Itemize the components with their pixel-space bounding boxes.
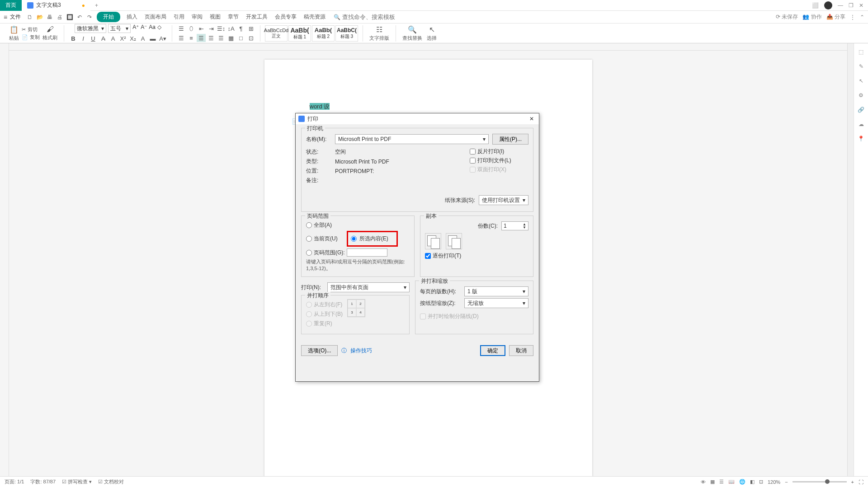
more-icon[interactable]: ⋮ [850, 14, 855, 20]
redo-icon[interactable]: ↷ [86, 14, 93, 21]
text-layout-button[interactable]: ☷文字排版 [368, 24, 391, 42]
range-all-radio[interactable] [306, 222, 312, 228]
minimize-button[interactable]: — [838, 2, 843, 9]
sort-icon[interactable]: ↕A [226, 24, 236, 33]
paste-button[interactable]: 📋粘贴 [7, 24, 21, 42]
print-what-select[interactable]: 范围中所有页面▾ [327, 282, 410, 292]
bold-button[interactable]: B [69, 34, 78, 42]
home-tab[interactable]: 首页 [0, 0, 22, 11]
range-current-radio[interactable] [306, 236, 312, 242]
window-indicator-icon[interactable]: ⬜ [812, 2, 819, 9]
close-window-button[interactable]: ✕ [859, 2, 863, 9]
strikethrough-icon[interactable]: A̶ [99, 34, 108, 42]
vertical-scrollbar[interactable] [847, 43, 854, 476]
format-painter-button[interactable]: 🖌格式刷 [41, 24, 59, 42]
align-left-icon[interactable]: ☰ [177, 34, 186, 42]
dialog-titlebar[interactable]: 打印 ✕ [296, 113, 539, 124]
indent-decrease-icon[interactable]: ⇤ [197, 24, 206, 33]
open-icon[interactable]: 📂 [36, 14, 43, 21]
zoom-slider[interactable] [793, 481, 847, 482]
decrease-font-icon[interactable]: A⁻ [141, 24, 147, 33]
style-heading2[interactable]: AaBb(标题 2 [312, 25, 335, 42]
collapse-ribbon-icon[interactable]: ⌃ [860, 14, 864, 20]
text-effects-icon[interactable]: A [138, 34, 147, 42]
show-marks-icon[interactable]: ¶ [236, 24, 245, 33]
align-justify-icon[interactable]: ☰ [207, 34, 216, 42]
tips-link[interactable]: 操作技巧 [350, 347, 372, 355]
rp-link-icon[interactable]: 🔗 [857, 106, 865, 114]
style-normal[interactable]: AaBbCcDd正文 [265, 25, 288, 42]
maximize-button[interactable]: ❐ [849, 2, 854, 9]
range-selection-radio[interactable] [351, 236, 357, 242]
copies-spinner[interactable]: 1▲▼ [501, 221, 528, 230]
find-replace-button[interactable]: 🔍查找替换 [401, 24, 424, 42]
proofread-toggle[interactable]: ☑ 文档校对 [98, 478, 124, 485]
font-color-icon[interactable]: A [108, 34, 118, 42]
rp-cursor-icon[interactable]: ↖ [857, 77, 865, 85]
save-icon[interactable]: 🖶 [46, 14, 53, 21]
style-heading1[interactable]: AaBb(标题 1 [288, 25, 311, 42]
style-heading3[interactable]: AaBbC(标题 3 [335, 25, 358, 42]
view-outline-icon[interactable]: ☰ [719, 479, 724, 485]
border-icon[interactable]: □ [236, 34, 245, 42]
add-tab-button[interactable]: + [90, 2, 103, 9]
font-size-select[interactable]: 五号▾ [108, 24, 131, 33]
tab-resources[interactable]: 稿壳资源 [301, 12, 328, 22]
tab-insert[interactable]: 插入 [124, 12, 140, 22]
properties-button[interactable]: 属性(P)... [492, 134, 528, 145]
zoom-thumb[interactable] [825, 479, 830, 484]
print-to-file-checkbox[interactable] [470, 158, 476, 164]
word-count[interactable]: 字数: 87/87 [30, 478, 56, 485]
view-web-icon[interactable]: 🌐 [739, 479, 745, 485]
rp-cloud-icon[interactable]: ☁ [857, 120, 865, 128]
indent-increase-icon[interactable]: ⇥ [207, 24, 216, 33]
search-box[interactable]: 🔍 [334, 14, 396, 20]
zoom-fit-icon[interactable]: ⊡ [759, 479, 763, 485]
vertical-ruler[interactable] [0, 43, 9, 476]
rp-pen-icon[interactable]: ✎ [857, 62, 865, 70]
reverse-print-checkbox[interactable] [470, 149, 476, 155]
view-read-icon[interactable]: 📖 [728, 479, 735, 485]
zoom-in-button[interactable]: + [851, 479, 854, 485]
ok-button[interactable]: 确定 [480, 345, 505, 356]
italic-button[interactable]: I [79, 34, 88, 42]
copy-button[interactable]: 📄复制 [22, 34, 40, 41]
clear-format-icon[interactable]: ◇ [157, 24, 161, 33]
unsaved-indicator[interactable]: ⟳ 未保存 [776, 13, 798, 21]
tab-devtools[interactable]: 开发工具 [243, 12, 270, 22]
rp-location-icon[interactable]: 📍 [857, 135, 865, 143]
spellcheck-toggle[interactable]: ☑ 拼写检查 ▾ [62, 478, 92, 485]
tab-section[interactable]: 章节 [225, 12, 241, 22]
highlight-icon[interactable]: ▬ [148, 34, 157, 42]
underline-button[interactable]: U [89, 34, 98, 42]
numbering-icon[interactable]: ⬯ [187, 24, 196, 33]
fullscreen-icon[interactable]: ⛶ [859, 479, 863, 485]
dialog-close-button[interactable]: ✕ [527, 116, 536, 122]
document-tab[interactable]: 文字文稿3 ● [22, 0, 90, 11]
paper-source-select[interactable]: 使用打印机设置▾ [479, 195, 528, 205]
view-page-icon[interactable]: ▦ [710, 479, 715, 485]
eye-icon[interactable]: 👁 [701, 479, 706, 485]
spinner-arrows-icon[interactable]: ▲▼ [523, 223, 526, 229]
undo-icon[interactable]: ↶ [76, 14, 83, 21]
options-button[interactable]: 选项(O)... [301, 345, 338, 356]
select-button[interactable]: ↖选择 [425, 24, 439, 42]
rp-settings-icon[interactable]: ⚙ [857, 91, 865, 99]
preview-icon[interactable]: 🔲 [66, 14, 73, 21]
printer-name-select[interactable]: Microsoft Print to PDF▾ [335, 134, 489, 144]
hamburger-icon[interactable]: ≡ [4, 14, 7, 21]
cut-button[interactable]: ✂剪切 [22, 26, 40, 33]
horizontal-ruler[interactable] [9, 43, 847, 51]
tab-member[interactable]: 会员专享 [272, 12, 299, 22]
search-input[interactable] [342, 14, 396, 20]
shading-icon[interactable]: ▦ [226, 34, 236, 42]
tabs-icon[interactable]: ⊞ [246, 24, 255, 33]
align-center-icon[interactable]: ≡ [187, 34, 196, 42]
line-spacing-icon[interactable]: ☰↕ [217, 24, 226, 33]
align-right-icon[interactable]: ☰ [197, 34, 206, 42]
scale-select[interactable]: 无缩放▾ [464, 298, 528, 308]
user-avatar[interactable] [824, 1, 832, 9]
print-icon[interactable]: 🖨 [56, 14, 63, 21]
zoom-value[interactable]: 120% [768, 479, 780, 485]
range-pages-input[interactable] [347, 248, 387, 257]
